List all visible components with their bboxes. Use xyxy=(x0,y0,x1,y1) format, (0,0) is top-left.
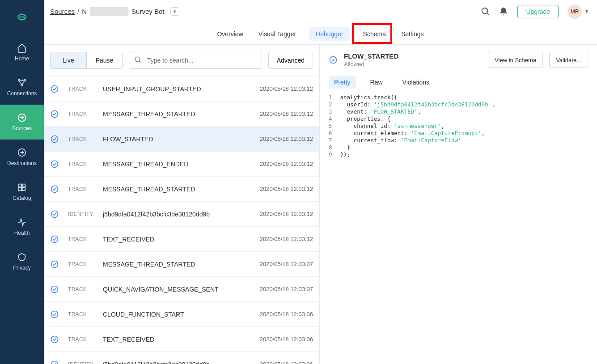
nav-health[interactable]: Health xyxy=(0,209,44,244)
view-tab-pretty[interactable]: Pretty xyxy=(329,76,356,89)
breadcrumb-dropdown[interactable]: ▾ xyxy=(170,7,179,16)
svg-point-18 xyxy=(51,186,58,192)
event-name: TEXT_RECEIVED xyxy=(103,336,251,343)
event-detail-pane: FLOW_STARTED Allowed View in Schema Vali… xyxy=(320,45,597,364)
upgrade-button[interactable]: Upgrade xyxy=(517,5,559,18)
nav-privacy[interactable]: Privacy xyxy=(0,244,44,279)
event-list[interactable]: TRACKUSER_INPUT_GROUP_STARTED2020/05/18 … xyxy=(44,76,319,364)
tab-visual-tagger[interactable]: Visual Tagger xyxy=(257,25,298,43)
view-tab-violations[interactable]: Violations xyxy=(397,76,435,89)
destinations-icon xyxy=(17,148,27,157)
check-circle-icon xyxy=(50,160,59,169)
svg-point-22 xyxy=(51,286,58,292)
event-name: MESSAGE_THREAD_STARTED xyxy=(103,261,251,268)
event-name: j5bd9dfa0412f42b3bcfc3de38120dd9b xyxy=(103,361,251,364)
svg-rect-6 xyxy=(19,184,21,187)
live-button[interactable]: Live xyxy=(51,52,86,68)
check-circle-icon xyxy=(50,135,59,144)
svg-point-10 xyxy=(482,8,488,13)
view-tab-raw[interactable]: Raw xyxy=(365,76,388,89)
nav-destinations[interactable]: Destinations xyxy=(0,140,44,174)
breadcrumb-root[interactable]: Sources xyxy=(50,8,75,15)
check-circle-icon xyxy=(50,210,59,219)
event-time: 2020/05/18 12:03:12 xyxy=(260,110,313,117)
check-circle-icon xyxy=(50,85,59,93)
event-row[interactable]: TRACKTEXT_RECEIVED2020/05/18 12:03:12 xyxy=(44,227,319,252)
breadcrumb-prefix: N xyxy=(82,8,87,15)
check-circle-icon xyxy=(50,285,59,294)
breadcrumb-sep: / xyxy=(77,8,79,15)
privacy-icon xyxy=(17,252,27,262)
avatar[interactable]: MR xyxy=(567,4,582,19)
check-circle-icon xyxy=(50,335,59,344)
header: Sources / N Survey Bot ▾ Upgrade MR ▼ xyxy=(44,0,597,23)
event-time: 2020/05/18 12:03:12 xyxy=(260,135,313,142)
bell-icon[interactable] xyxy=(499,7,508,17)
svg-point-21 xyxy=(51,261,58,267)
check-circle-icon xyxy=(50,260,59,269)
event-time: 2020/05/18 12:03:12 xyxy=(260,186,313,192)
event-row[interactable]: TRACKMESSAGE_THREAD_STARTED2020/05/18 12… xyxy=(44,252,319,277)
sidebar: Home Connections Sources Destinations Ca… xyxy=(0,0,44,364)
event-type: TRACK xyxy=(68,86,94,92)
search-icon[interactable] xyxy=(481,7,491,17)
event-row[interactable]: TRACKMESSAGE_THREAD_STARTED2020/05/18 12… xyxy=(44,102,319,127)
svg-point-17 xyxy=(51,161,58,167)
event-row[interactable]: TRACKCLOUD_FUNCTION_START2020/05/18 12:0… xyxy=(44,302,319,327)
event-row[interactable]: TRACKMESSAGE_THREAD_STARTED2020/05/18 12… xyxy=(44,177,319,202)
tab-debugger[interactable]: Debugger xyxy=(309,27,350,41)
detail-title: FLOW_STARTED xyxy=(344,52,482,60)
event-row[interactable]: TRACKQUICK_NAVIGATION_MESSAGE_SENT2020/0… xyxy=(44,277,319,302)
svg-point-12 xyxy=(135,57,140,62)
nav-connections[interactable]: Connections xyxy=(0,70,44,105)
health-icon xyxy=(17,217,27,227)
event-row[interactable]: IDENTIFYj5bd9dfa0412f42b3bcfc3de38120dd9… xyxy=(44,352,319,364)
source-tabs: Overview Visual Tagger Debugger Schema S… xyxy=(44,23,597,45)
svg-point-20 xyxy=(51,236,58,242)
event-row[interactable]: TRACKFLOW_STARTED2020/05/18 12:03:12 xyxy=(44,127,319,152)
svg-rect-9 xyxy=(22,188,25,190)
event-row[interactable]: TRACKMESSAGE_THREAD_ENDED2020/05/18 12:0… xyxy=(44,152,319,177)
svg-point-16 xyxy=(51,135,58,142)
breadcrumb-tail: Survey Bot xyxy=(131,8,164,15)
svg-point-23 xyxy=(51,311,58,317)
tab-settings[interactable]: Settings xyxy=(399,25,426,43)
view-in-schema-button[interactable]: View in Schema xyxy=(488,52,543,68)
check-circle-icon xyxy=(50,185,59,194)
pause-button[interactable]: Pause xyxy=(86,52,122,68)
event-row[interactable]: TRACKUSER_INPUT_GROUP_STARTED2020/05/18 … xyxy=(44,76,319,102)
event-name: CLOUD_FUNCTION_START xyxy=(103,311,251,318)
breadcrumb: Sources / N Survey Bot ▾ xyxy=(50,7,179,16)
svg-line-11 xyxy=(487,13,490,15)
nav-label: Privacy xyxy=(13,265,30,271)
nav-catalog[interactable]: Catalog xyxy=(0,174,44,209)
event-type: TRACK xyxy=(68,161,94,167)
event-type: IDENTIFY xyxy=(68,361,94,364)
event-row[interactable]: IDENTIFYj5bd9dfa0412f42b3bcfc3de38120dd9… xyxy=(44,202,319,227)
avatar-caret[interactable]: ▼ xyxy=(584,9,589,14)
event-time: 2020/05/18 12:03:06 xyxy=(260,336,313,343)
check-circle-icon xyxy=(50,310,59,319)
detail-view-tabs: Pretty Raw Violations xyxy=(329,76,588,89)
search-input[interactable] xyxy=(129,52,262,69)
advanced-button[interactable]: Advanced xyxy=(268,52,313,69)
event-type: TRACK xyxy=(68,236,94,242)
event-type: TRACK xyxy=(68,136,94,142)
search-icon xyxy=(134,56,142,64)
nav-label: Sources xyxy=(12,125,32,131)
catalog-icon xyxy=(17,182,27,192)
event-row[interactable]: TRACKTEXT_RECEIVED2020/05/18 12:03:06 xyxy=(44,327,319,352)
nav-home[interactable]: Home xyxy=(0,35,44,70)
nav-label: Catalog xyxy=(13,195,31,201)
live-pause-toggle: Live Pause xyxy=(50,52,123,69)
event-name: MESSAGE_THREAD_STARTED xyxy=(103,110,251,118)
event-time: 2020/05/18 12:03:12 xyxy=(260,85,313,92)
tab-overview[interactable]: Overview xyxy=(215,25,245,43)
validate-button[interactable]: Validate... xyxy=(549,52,588,68)
tab-schema[interactable]: Schema xyxy=(361,25,388,43)
event-time: 2020/05/18 12:03:06 xyxy=(260,361,313,364)
event-type: TRACK xyxy=(68,336,94,343)
nav-sources[interactable]: Sources xyxy=(0,105,44,140)
event-stream-pane: Live Pause Advanced TRACKUSER_INPUT_GROU… xyxy=(44,45,320,364)
nav-label: Destinations xyxy=(7,160,37,166)
